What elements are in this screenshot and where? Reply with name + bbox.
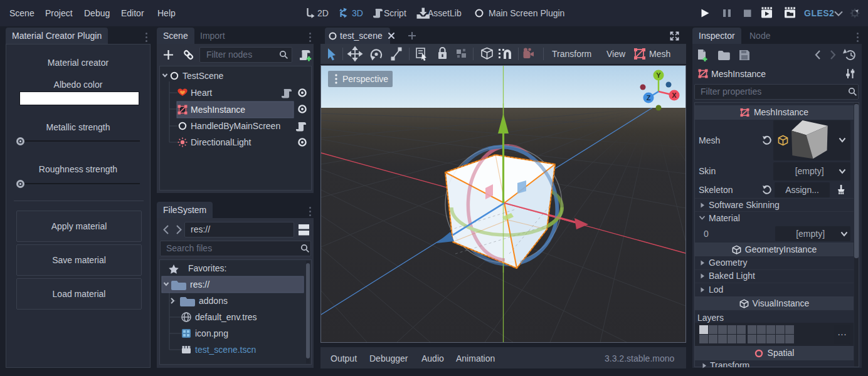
svg-text:HandledByMainScreen: HandledByMainScreen: [191, 121, 280, 131]
svg-text:MeshInstance: MeshInstance: [191, 105, 245, 115]
svg-text:Y: Y: [656, 71, 661, 79]
svg-text:addons: addons: [199, 296, 228, 306]
svg-text:Script: Script: [384, 8, 406, 18]
svg-text:DirectionalLight: DirectionalLight: [191, 137, 251, 147]
svg-text:3D: 3D: [352, 8, 363, 18]
svg-text:Mesh: Mesh: [649, 49, 670, 59]
svg-text:res://: res://: [190, 279, 209, 290]
svg-text:TestScene: TestScene: [183, 71, 224, 81]
svg-text:Heart: Heart: [191, 88, 212, 98]
svg-text:test_scene.tscn: test_scene.tscn: [195, 345, 256, 355]
svg-text:Z: Z: [647, 94, 651, 102]
svg-text:X: X: [672, 91, 677, 99]
svg-text:2D: 2D: [317, 8, 329, 18]
svg-text:icon.png: icon.png: [195, 328, 228, 338]
svg-text:Favorites:: Favorites:: [188, 263, 226, 273]
svg-text:Transform: Transform: [552, 49, 591, 59]
svg-text:View: View: [606, 49, 626, 59]
svg-text:Perspective: Perspective: [342, 74, 388, 84]
svg-text:Main Screen Plugin: Main Screen Plugin: [489, 8, 564, 18]
svg-text:GLES2: GLES2: [804, 8, 834, 18]
svg-text:default_env.tres: default_env.tres: [195, 312, 257, 322]
svg-text:AssetLib: AssetLib: [428, 8, 462, 18]
